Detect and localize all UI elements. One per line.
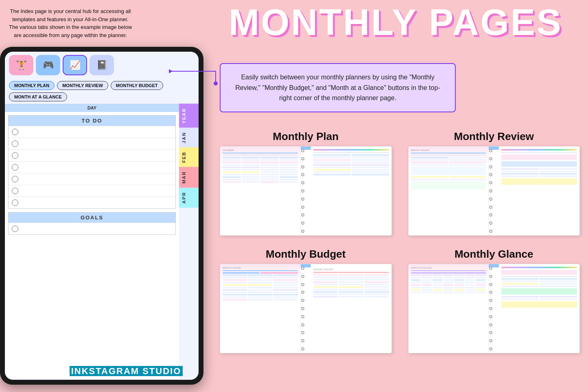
todo-circle bbox=[12, 199, 18, 206]
nav-icon-dumbbell[interactable]: 🏋 bbox=[9, 55, 33, 75]
info-box-text: Easily switch between your monthly plann… bbox=[235, 74, 440, 101]
todo-circle bbox=[12, 176, 18, 182]
side-month-jan[interactable]: JAN bbox=[179, 128, 199, 147]
brand-name2: STUDIO bbox=[141, 366, 183, 376]
todo-circle bbox=[12, 140, 18, 147]
spiral-binding-budget bbox=[301, 264, 305, 353]
info-box: Easily switch between your monthly plann… bbox=[220, 63, 456, 112]
preview-monthly-glance-title: Monthly Glance bbox=[455, 248, 533, 261]
preview-monthly-glance: Monthly Glance MONTH AT A GLANCE bbox=[408, 248, 580, 353]
svg-marker-1 bbox=[169, 69, 173, 73]
todo-row bbox=[9, 173, 175, 185]
planner-main: DAY TO DO GOALS bbox=[5, 104, 179, 379]
todo-header: TO DO bbox=[9, 116, 175, 126]
preview-glance-left: MONTH AT A GLANCE bbox=[409, 264, 489, 353]
side-month-year[interactable]: YEAR bbox=[179, 104, 199, 128]
goals-circle bbox=[12, 226, 18, 232]
side-month-apr[interactable]: APR bbox=[179, 188, 199, 208]
day-header: DAY bbox=[5, 104, 179, 112]
preview-monthly-review-card: MONTHLY REVIEW bbox=[408, 146, 580, 236]
preview-monthly-glance-card: MONTH AT A GLANCE bbox=[408, 264, 580, 353]
preview-budget-right: EXPENSE TRACKER bbox=[311, 264, 391, 353]
preview-monthly-budget-card: MONTHLY BUDGET EXPENSE TRACKER bbox=[220, 264, 392, 353]
goals-section: GOALS bbox=[8, 212, 176, 235]
preview-review-left: MONTHLY REVIEW bbox=[409, 147, 489, 235]
todo-row bbox=[9, 185, 175, 197]
preview-review-right bbox=[499, 147, 579, 235]
side-months: YEAR JAN FEB MAR APR bbox=[179, 104, 199, 379]
planner-content: DAY TO DO GOALS bbox=[5, 104, 199, 379]
preview-monthly-plan: Monthly Plan DECEMBER bbox=[220, 130, 392, 236]
connector-arrow bbox=[81, 63, 236, 96]
tablet-mockup: 🏋 🎮 📈 📓 MONTHLY PLAN MONTHLY REVIEW MONT… bbox=[0, 47, 203, 385]
page-title: MONTHLY PAGES bbox=[216, 4, 576, 41]
todo-circle bbox=[12, 164, 18, 171]
goals-header: GOALS bbox=[9, 212, 175, 223]
todo-row bbox=[9, 138, 175, 149]
spiral-binding-glance bbox=[489, 264, 493, 353]
preview-right-page bbox=[311, 147, 391, 235]
brand-name1: INKSTAGRAM bbox=[70, 366, 141, 376]
preview-monthly-plan-card: DECEMBER bbox=[220, 146, 392, 236]
goals-row bbox=[9, 223, 175, 234]
todo-circle bbox=[12, 152, 18, 159]
tablet-screen: 🏋 🎮 📈 📓 MONTHLY PLAN MONTHLY REVIEW MONT… bbox=[5, 52, 199, 380]
preview-monthly-plan-title: Monthly Plan bbox=[273, 130, 339, 143]
intro-text: The Index page is your central hub for a… bbox=[7, 7, 133, 39]
preview-monthly-review-title: Monthly Review bbox=[454, 130, 534, 143]
preview-grid: Monthly Plan DECEMBER bbox=[220, 130, 580, 353]
preview-left-page: DECEMBER bbox=[220, 147, 301, 235]
svg-point-0 bbox=[214, 81, 218, 85]
preview-monthly-budget: Monthly Budget MONTHLY BUDGET bbox=[220, 248, 392, 353]
spiral-binding bbox=[301, 147, 305, 235]
side-month-feb[interactable]: FEB bbox=[179, 147, 199, 167]
monthly-plan-button[interactable]: MONTHLY PLAN bbox=[9, 81, 55, 90]
preview-glance-right bbox=[499, 264, 579, 353]
spiral-binding-review bbox=[489, 147, 493, 235]
todo-row bbox=[9, 197, 175, 208]
todo-circle bbox=[12, 129, 18, 135]
todo-row bbox=[9, 126, 175, 138]
todo-section: TO DO bbox=[8, 115, 176, 209]
month-at-glance-button[interactable]: MONTH AT A GLANCE bbox=[9, 92, 67, 101]
preview-monthly-review: Monthly Review MONTHLY REVIEW bbox=[408, 130, 580, 236]
nav-icon-controller[interactable]: 🎮 bbox=[36, 55, 60, 75]
preview-budget-left: MONTHLY BUDGET bbox=[220, 264, 301, 353]
branding: INKSTAGRAMSTUDIO bbox=[54, 366, 199, 377]
todo-circle bbox=[12, 188, 18, 194]
preview-monthly-budget-title: Monthly Budget bbox=[266, 248, 345, 261]
todo-row bbox=[9, 161, 175, 173]
side-month-mar[interactable]: MAR bbox=[179, 167, 199, 188]
todo-row bbox=[9, 149, 175, 161]
